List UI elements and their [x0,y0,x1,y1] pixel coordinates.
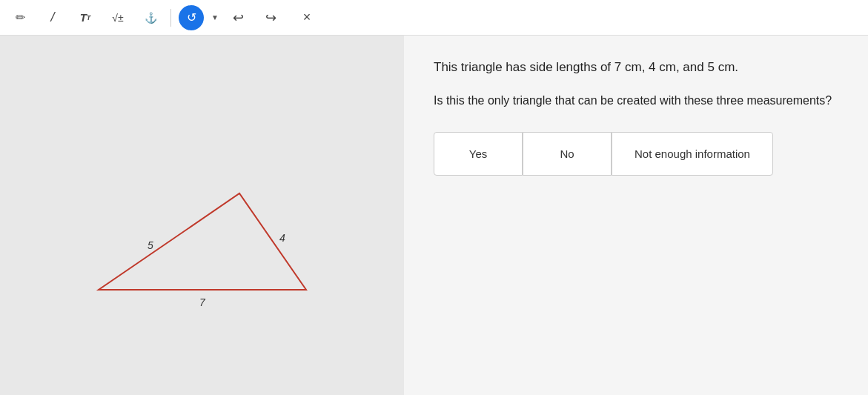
line-button[interactable]: / [40,5,65,30]
question-area: This triangle has side lengths of 7 cm, … [404,36,868,395]
drawing-area: 5 4 7 [0,36,404,395]
text-button[interactable]: TT [73,5,98,30]
toolbar-divider [170,9,171,27]
pencil-button[interactable]: ✏ [7,5,33,30]
answer-yes-button[interactable]: Yes [434,132,523,176]
answer-not-enough-button[interactable]: Not enough information [612,132,773,176]
anchor-button[interactable]: ⚓ [138,5,163,30]
answer-options: Yes No Not enough information [434,132,838,176]
dropdown-arrow[interactable]: ▼ [211,13,219,21]
answer-no-button[interactable]: No [523,132,612,176]
math-button[interactable]: √± [105,5,130,30]
question-title: This triangle has side lengths of 7 cm, … [434,58,838,77]
triangle-container: 5 4 7 [76,149,328,312]
side-bottom-label: 7 [199,296,206,308]
question-body: Is this the only triangle that can be cr… [434,92,838,110]
undo-button[interactable]: ↩ [226,5,251,30]
redo-button[interactable]: ↪ [259,5,284,30]
side-left-label: 5 [148,239,153,251]
triangle-shape [99,193,306,290]
hand-button[interactable]: ↺ [179,5,204,30]
close-button[interactable]: × [294,5,319,30]
side-right-label: 4 [279,232,285,244]
toolbar: ✏ / TT √± ⚓ ↺ ▼ ↩ ↪ × [0,0,868,36]
main-content: 5 4 7 This triangle has side lengths of … [0,36,868,395]
